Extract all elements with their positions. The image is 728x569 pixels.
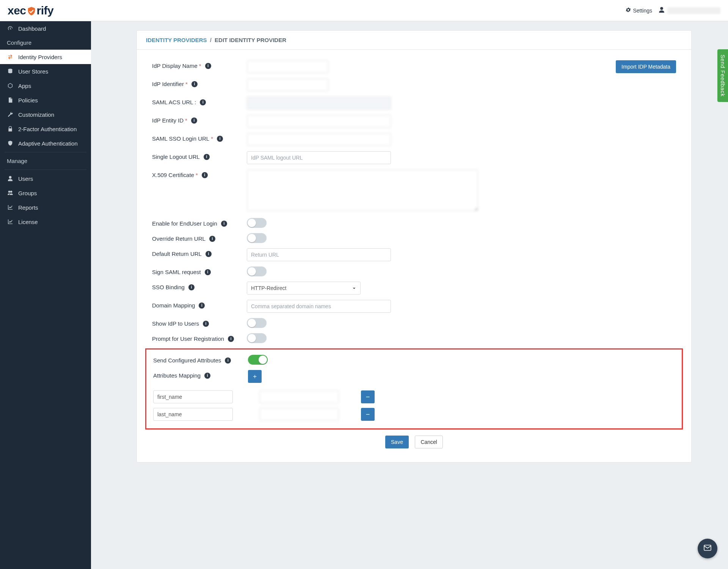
info-icon[interactable]: i — [217, 136, 223, 142]
idp-identifier-field[interactable] — [247, 78, 328, 91]
sidebar-item-label: License — [18, 219, 84, 225]
info-icon[interactable]: i — [206, 251, 212, 257]
attribute-key-field[interactable] — [153, 408, 233, 421]
label-saml-sso-login-url: SAML SSO Login URL*i — [152, 133, 247, 142]
idp-entity-id-field[interactable] — [247, 115, 391, 128]
attribute-row: − — [146, 406, 675, 423]
info-icon[interactable]: i — [225, 357, 231, 364]
settings-label: Settings — [633, 8, 652, 14]
brand-text: xecrify — [8, 4, 53, 17]
info-icon[interactable]: i — [202, 172, 208, 178]
gear-icon — [625, 7, 631, 14]
content-area: IDENTITY PROVIDERS / EDIT IDENTITY PROVI… — [91, 21, 728, 569]
domain-mapping-field[interactable] — [247, 300, 391, 313]
sidebar-item-license[interactable]: License — [0, 215, 91, 229]
users-icon — [7, 190, 14, 196]
show-idp-toggle[interactable] — [247, 318, 267, 328]
mail-fab[interactable] — [698, 539, 717, 558]
sidebar-item-customization[interactable]: Customization — [0, 107, 91, 122]
breadcrumb-root[interactable]: IDENTITY PROVIDERS — [146, 37, 207, 43]
label-domain-mapping: Domain Mappingi — [152, 300, 247, 309]
minus-icon: − — [366, 393, 370, 401]
info-icon[interactable]: i — [204, 154, 210, 160]
info-icon[interactable]: i — [204, 373, 210, 379]
idp-display-name-field[interactable] — [247, 60, 328, 73]
info-icon[interactable]: i — [188, 284, 195, 290]
info-icon[interactable]: i — [221, 221, 227, 227]
override-return-url-toggle[interactable] — [247, 233, 267, 243]
info-icon[interactable]: i — [199, 303, 205, 309]
sidebar-item-identity-providers[interactable]: Identity Providers — [0, 50, 91, 64]
sidebar: DashboardConfigureIdentity ProvidersUser… — [0, 21, 91, 569]
sidebar-heading: Configure — [0, 36, 91, 50]
sidebar-item-user-stores[interactable]: User Stores — [0, 64, 91, 78]
sidebar-item-label: User Stores — [18, 68, 84, 75]
label-override-return-url: Override Return URLi — [152, 233, 247, 242]
attribute-key-field[interactable] — [153, 390, 233, 403]
label-sign-saml: Sign SAML requesti — [152, 266, 247, 275]
label-single-logout-url: Single Logout URLi — [152, 151, 247, 160]
brand-logo[interactable]: xecrify — [8, 4, 53, 17]
sidebar-item-label: Policies — [18, 97, 84, 103]
prompt-reg-toggle[interactable] — [247, 333, 267, 343]
enable-enduser-toggle[interactable] — [247, 218, 267, 228]
brand-shield-icon — [26, 6, 37, 17]
info-icon[interactable]: i — [209, 236, 215, 242]
sidebar-item-policies[interactable]: Policies — [0, 93, 91, 107]
cancel-button[interactable]: Cancel — [415, 436, 443, 448]
sidebar-item-users[interactable]: Users — [0, 171, 91, 186]
chart-icon — [7, 204, 14, 211]
send-feedback-tab[interactable]: Send Feedback — [717, 49, 728, 102]
info-icon[interactable]: i — [191, 81, 198, 87]
user-icon — [658, 6, 665, 15]
default-return-url-field[interactable] — [247, 248, 391, 261]
sidebar-item-label: Customization — [18, 111, 84, 118]
info-icon[interactable]: i — [228, 336, 234, 342]
single-logout-url-field[interactable] — [247, 151, 391, 164]
sign-saml-toggle[interactable] — [247, 266, 267, 276]
sidebar-heading: Manage — [0, 154, 91, 168]
label-show-idp: Show IdP to Usersi — [152, 318, 247, 327]
attribute-value-field[interactable] — [259, 390, 339, 403]
mail-icon — [703, 543, 712, 554]
remove-attribute-button[interactable]: − — [361, 390, 375, 403]
attribute-row: − — [146, 388, 675, 406]
svg-rect-1 — [704, 545, 711, 550]
remove-attribute-button[interactable]: − — [361, 408, 375, 421]
add-attribute-button[interactable]: ＋ — [248, 370, 262, 383]
x509-certificate-field[interactable] — [247, 169, 478, 211]
wrench-icon — [7, 111, 14, 118]
label-idp-identifier: IdP Identifier*i — [152, 78, 247, 87]
label-sso-binding: SSO Bindingi — [152, 282, 247, 290]
topbar: xecrify Settings — [0, 0, 728, 21]
info-icon[interactable]: i — [203, 321, 209, 327]
saml-acs-url-field — [247, 97, 391, 110]
sidebar-item-2-factor-authentication[interactable]: 2-Factor Authentication — [0, 122, 91, 136]
sidebar-item-adaptive-authentication[interactable]: Adaptive Authentication — [0, 136, 91, 150]
breadcrumb-sep: / — [210, 37, 212, 43]
settings-link[interactable]: Settings — [625, 7, 652, 14]
sidebar-item-label: Apps — [18, 83, 84, 89]
info-icon[interactable]: i — [205, 63, 211, 69]
info-icon[interactable]: i — [191, 118, 197, 124]
lock-icon — [7, 125, 14, 132]
user-chip[interactable] — [658, 6, 720, 15]
info-icon[interactable]: i — [205, 269, 211, 275]
label-attr-mapping: Attributes Mappingi — [153, 370, 248, 379]
send-attrs-toggle[interactable] — [248, 355, 268, 365]
import-idp-metadata-button[interactable]: Import IDP Metadata — [616, 60, 676, 73]
sidebar-item-label: Dashboard — [18, 25, 84, 32]
attribute-value-field[interactable] — [259, 408, 339, 421]
sidebar-item-groups[interactable]: Groups — [0, 186, 91, 200]
save-button[interactable]: Save — [385, 436, 409, 448]
sidebar-item-reports[interactable]: Reports — [0, 200, 91, 215]
sidebar-item-label: 2-Factor Authentication — [18, 126, 84, 132]
sidebar-item-dashboard[interactable]: Dashboard — [0, 21, 91, 36]
sidebar-item-apps[interactable]: Apps — [0, 78, 91, 93]
user-icon — [7, 175, 14, 182]
sso-binding-select[interactable]: HTTP-Redirect — [247, 282, 361, 295]
info-icon[interactable]: i — [200, 99, 206, 105]
gauge-icon — [7, 25, 14, 32]
plus-icon: ＋ — [252, 373, 258, 381]
saml-sso-login-url-field[interactable] — [247, 133, 391, 146]
